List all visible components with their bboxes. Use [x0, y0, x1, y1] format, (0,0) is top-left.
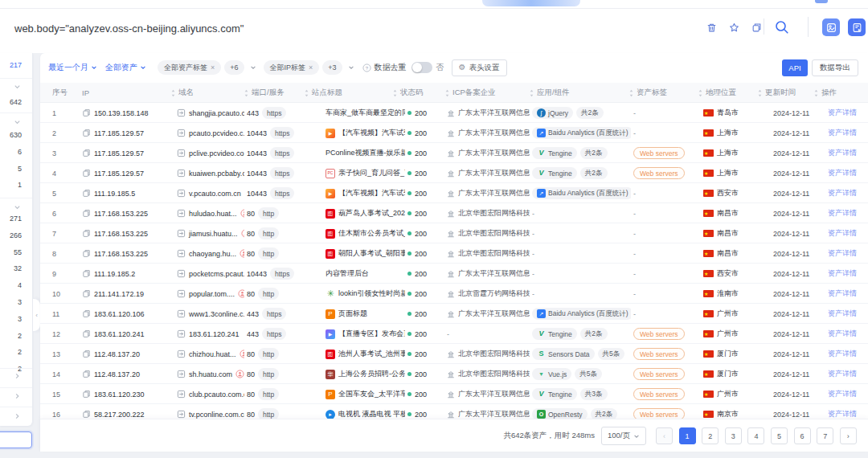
- component-count-badge[interactable]: 共2条: [580, 147, 608, 159]
- copy-icon[interactable]: [82, 390, 91, 399]
- sort-icon[interactable]: [757, 89, 763, 97]
- remove-filter-icon[interactable]: ×: [211, 63, 215, 72]
- component-count-badge[interactable]: 共2条: [580, 167, 608, 179]
- sidebar-facet-count[interactable]: 642: [10, 98, 22, 106]
- asset-detail-link[interactable]: 资产详情: [828, 409, 857, 419]
- page-button-7[interactable]: 7: [817, 427, 833, 444]
- component-count-badge[interactable]: 共2条: [591, 408, 618, 419]
- sort-icon[interactable]: [698, 89, 703, 97]
- table-row[interactable]: 5111.19.185.5v.pcauto.com.cn10443https▶【…: [40, 183, 868, 203]
- copy-icon[interactable]: [82, 209, 91, 218]
- sort-icon[interactable]: [529, 89, 534, 97]
- column-header-11[interactable]: 更新时间: [757, 83, 796, 103]
- asset-detail-link[interactable]: 资产详情: [828, 248, 857, 259]
- column-header-5[interactable]: 站点标题: [304, 83, 342, 103]
- copy-icon[interactable]: [82, 149, 91, 157]
- sort-icon[interactable]: [244, 89, 249, 97]
- external-link-icon[interactable]: [177, 169, 186, 178]
- page-button-4[interactable]: 4: [747, 427, 764, 444]
- sidebar-group-1-toggle[interactable]: [14, 84, 21, 91]
- sidebar-facet-count[interactable]: 55: [14, 248, 22, 256]
- page-button-5[interactable]: 5: [771, 427, 788, 444]
- external-link-icon[interactable]: [177, 209, 186, 218]
- sort-icon[interactable]: [813, 89, 819, 97]
- asset-scope-dropdown[interactable]: 全部资产: [105, 62, 146, 73]
- sidebar-group-4-toggle[interactable]: [14, 373, 21, 380]
- sidebar-group-6-toggle[interactable]: [14, 413, 21, 420]
- sidebar-facet-count[interactable]: 32: [14, 264, 22, 272]
- table-row[interactable]: 13112.48.137.20chizhou.huat...80http图池州人…: [40, 344, 868, 364]
- sort-icon[interactable]: [392, 89, 398, 97]
- api-button[interactable]: API: [782, 59, 808, 76]
- external-link-icon[interactable]: [177, 189, 186, 198]
- component-count-badge[interactable]: 共2条: [580, 328, 608, 340]
- sidebar-group-5-toggle[interactable]: [14, 393, 21, 400]
- column-header-12[interactable]: 操作: [813, 83, 837, 103]
- table-row[interactable]: 1658.217.200.222tv.pconline.com.cn80http…: [40, 404, 868, 419]
- sidebar-filter-input[interactable]: [0, 431, 32, 448]
- external-link-icon[interactable]: [177, 410, 186, 419]
- asset-detail-link[interactable]: 资产详情: [828, 228, 857, 239]
- table-row[interactable]: 4117.185.129.57kuaiwen.pcbaby.c...10443h…: [40, 163, 868, 183]
- copy-icon[interactable]: [82, 410, 91, 419]
- column-header-4[interactable]: 端口/服务: [244, 83, 285, 103]
- table-row[interactable]: 10211.141.172.19popular.tom....80http✳lo…: [40, 284, 868, 304]
- component-badge[interactable]: ↗Baidu Analytics (百度统计): [532, 308, 631, 320]
- asset-tag-filter-pill[interactable]: 全部资产标签 ×: [158, 60, 221, 75]
- asset-detail-link[interactable]: 资产详情: [828, 288, 857, 299]
- table-row[interactable]: 6117.168.153.225huludao.huat...80http图葫芦…: [40, 203, 868, 223]
- external-link-icon[interactable]: [177, 289, 186, 298]
- asset-detail-link[interactable]: 资产详情: [828, 148, 857, 158]
- component-count-badge[interactable]: 共2条: [576, 107, 604, 119]
- component-badge[interactable]: VTengine: [532, 167, 577, 179]
- sidebar-selected-count[interactable]: 217: [10, 61, 22, 69]
- sort-icon[interactable]: [304, 89, 309, 97]
- sort-icon[interactable]: [170, 89, 176, 97]
- sidebar-facet-count[interactable]: 266: [10, 231, 22, 239]
- component-count-badge[interactable]: 共5条: [598, 348, 625, 360]
- asset-detail-link[interactable]: 资产详情: [828, 128, 857, 138]
- sidebar-facet-count[interactable]: 630: [10, 131, 22, 139]
- asset-detail-link[interactable]: 资产详情: [828, 208, 857, 219]
- copy-icon[interactable]: [82, 189, 91, 198]
- table-row[interactable]: 1150.139.158.148shangjia.pcauto.c...443h…: [40, 103, 868, 123]
- asset-detail-link[interactable]: 资产详情: [828, 268, 857, 279]
- asset-detail-link[interactable]: 资产详情: [828, 369, 857, 379]
- copy-icon[interactable]: [82, 129, 91, 137]
- page-button-1[interactable]: 1: [679, 427, 696, 444]
- page-size-select[interactable]: 100/页: [601, 427, 646, 445]
- table-row[interactable]: 12183.61.120.241183.61.120.241443https▶【…: [40, 324, 868, 344]
- ip-tag-more-badge[interactable]: +3: [322, 60, 342, 75]
- page-button-3[interactable]: 3: [725, 427, 742, 444]
- next-page-button[interactable]: ›: [840, 427, 857, 444]
- table-row[interactable]: 3117.185.129.57pclive.pcvideo.co...10443…: [40, 143, 868, 163]
- copy-icon[interactable]: [82, 169, 91, 178]
- asset-detail-link[interactable]: 资产详情: [828, 389, 857, 399]
- prev-page-button[interactable]: ‹: [656, 427, 673, 444]
- sidebar-facet-count[interactable]: 5: [18, 165, 22, 173]
- page-button-6[interactable]: 6: [794, 427, 811, 444]
- component-badge[interactable]: VTengine: [532, 147, 577, 159]
- external-link-icon[interactable]: [177, 229, 186, 238]
- sidebar-facet-count[interactable]: 3: [18, 315, 22, 323]
- sidebar-group-3-toggle[interactable]: [14, 204, 21, 211]
- table-row[interactable]: 2117.185.129.57pcauto.pcvideo.c...10443h…: [40, 123, 868, 143]
- gallery-button[interactable]: [822, 18, 840, 36]
- table-header-settings-button[interactable]: ⚙ 表头设置: [452, 59, 507, 76]
- table-row[interactable]: 15183.61.120.230club.pcauto.com.cn80http…: [40, 384, 868, 404]
- component-badge[interactable]: ↗Baidu Analytics (百度统计): [532, 127, 631, 139]
- external-link-icon[interactable]: [177, 249, 186, 258]
- column-header-10[interactable]: 地理位置: [698, 83, 736, 103]
- component-badge[interactable]: ↗Baidu Analytics (百度统计): [532, 187, 631, 199]
- external-link-icon[interactable]: [177, 390, 186, 399]
- copy-icon[interactable]: [82, 309, 91, 318]
- table-row[interactable]: 9111.19.185.2pocketcms.pcaut...10443http…: [40, 264, 868, 284]
- sort-icon[interactable]: [628, 89, 634, 97]
- asset-detail-link[interactable]: 资产详情: [828, 349, 857, 359]
- sidebar-facet-count[interactable]: 6: [18, 148, 22, 156]
- external-link-icon[interactable]: [177, 269, 186, 278]
- asset-tag-more-badge[interactable]: +6: [224, 60, 244, 75]
- component-badge[interactable]: OOpenResty: [532, 408, 588, 419]
- search-query-input[interactable]: web.body="analyzev.oss-cn-beijing.aliyun…: [14, 22, 244, 35]
- copy-icon[interactable]: [82, 289, 91, 298]
